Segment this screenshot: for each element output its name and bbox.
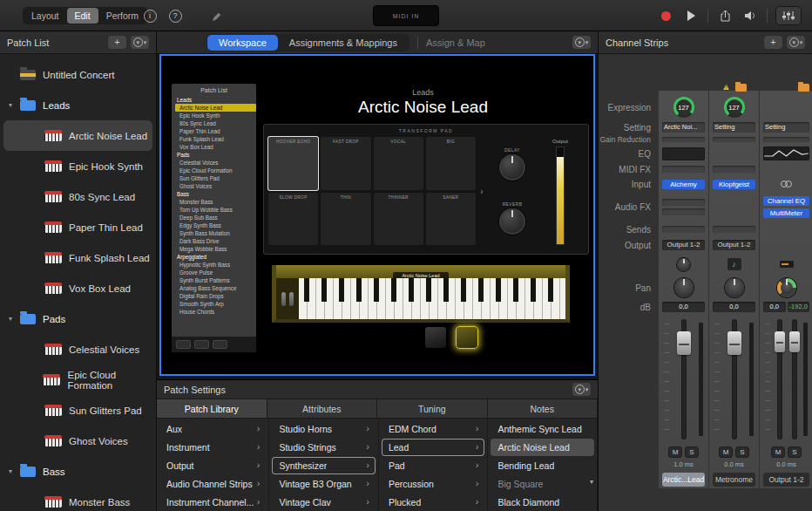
library-item[interactable]: Black Diamond: [491, 494, 594, 511]
transform-pad-cell[interactable]: BIG: [426, 137, 476, 190]
tab-workspace[interactable]: Workspace: [207, 35, 278, 51]
onscreen-patch-item[interactable]: Celestial Voices: [175, 159, 256, 167]
onscreen-patch-item[interactable]: Bass: [175, 190, 256, 198]
patch-list-item[interactable]: ▾ Sun Glitters Pad: [3, 395, 152, 426]
mixer-button[interactable]: [775, 6, 802, 25]
mode-button[interactable]: Layout: [24, 8, 67, 24]
library-item[interactable]: EDM Chord: [382, 420, 485, 438]
transform-pad-cell[interactable]: SLOW DROP: [268, 193, 318, 246]
eq-thumbnail[interactable]: [662, 147, 705, 160]
library-item[interactable]: Studio Horns: [272, 420, 376, 438]
patch-list-item[interactable]: ▾ Arctic Noise Lead: [3, 120, 152, 151]
strip-name[interactable]: Arctic...Lead: [662, 473, 705, 487]
audio-fx-slot[interactable]: [662, 208, 705, 215]
send-slot[interactable]: [713, 226, 755, 233]
onscreen-patch-item[interactable]: Ghost Voices: [175, 182, 256, 190]
library-item[interactable]: Instrument Channel...: [159, 494, 266, 511]
mod-wheels[interactable]: [276, 278, 299, 319]
patch-list-item[interactable]: ▾ 80s Sync Lead: [3, 181, 152, 212]
tab-assignments-mappings[interactable]: Assignments & Mappings: [278, 35, 409, 51]
library-item[interactable]: Pad: [382, 457, 485, 474]
mute-button[interactable]: M: [719, 446, 733, 458]
channel-strips-action-menu-button[interactable]: ▾▾: [787, 36, 805, 49]
fader-cap[interactable]: [789, 331, 800, 352]
library-item[interactable]: Vintage B3 Organ: [272, 475, 376, 493]
assign-map-button[interactable]: Assign & Map: [426, 37, 485, 48]
patch-list-item[interactable]: ▾ Leads: [3, 90, 152, 120]
fader-cap[interactable]: [677, 331, 691, 355]
patch-list-item[interactable]: ▾ Pads: [3, 303, 152, 334]
pitch-wheel[interactable]: [281, 292, 286, 306]
patch-list-item[interactable]: ▾ Ghost Voices: [3, 426, 152, 456]
add-channel-strip-button[interactable]: +: [764, 36, 782, 49]
output-selector[interactable]: Output 1-2: [662, 240, 705, 250]
onscreen-patch-item[interactable]: Leads: [175, 96, 256, 104]
chevron-right-icon[interactable]: ›: [476, 137, 488, 245]
chevron-down-icon[interactable]: ▾: [9, 467, 20, 475]
setting-field[interactable]: Setting: [713, 122, 755, 133]
onscreen-patch-item[interactable]: Epic Hook Synth: [175, 112, 256, 119]
transform-pad-cell[interactable]: HOOVER ECHO: [268, 137, 318, 190]
patch-list-item[interactable]: ▾ Funk Splash Lead: [3, 242, 152, 273]
volume-value[interactable]: 0,0: [713, 302, 755, 312]
mod-wheel[interactable]: [289, 292, 294, 306]
stereo-volume-fader[interactable]: [763, 314, 809, 445]
audio-fx-slot[interactable]: [662, 199, 705, 206]
library-item[interactable]: Plucked: [382, 494, 485, 511]
patch-list-item[interactable]: ▾ Bass: [3, 456, 152, 487]
transform-pad-cell[interactable]: FAST DROP: [321, 137, 370, 190]
audio-fx-plugin[interactable]: Channel EQ: [763, 196, 809, 206]
onscreen-patch-item[interactable]: Funk Splash Lead: [175, 135, 256, 143]
onscreen-patch-item[interactable]: Arpeggiated: [175, 253, 256, 261]
folder-icon[interactable]: [735, 84, 747, 92]
library-item[interactable]: Audio Channel Strips: [159, 475, 266, 493]
library-item[interactable]: Arctic Noise Lead: [491, 439, 594, 456]
onscreen-patch-item[interactable]: Paper Thin Lead: [175, 127, 256, 135]
mini-knob[interactable]: [677, 258, 690, 271]
output-selector[interactable]: Output 1-2: [713, 240, 755, 250]
patch-settings-tab[interactable]: Tuning: [377, 399, 488, 418]
mode-button[interactable]: Perform: [98, 8, 146, 24]
patch-list-action-menu-button[interactable]: ▾▾: [131, 36, 149, 49]
strip-name[interactable]: Output 1-2: [763, 473, 809, 487]
onscreen-patch-item[interactable]: Groove Pulse: [175, 269, 256, 276]
solo-button[interactable]: S: [685, 446, 699, 458]
library-item[interactable]: Instrument: [159, 439, 266, 456]
chevron-down-icon[interactable]: ▾: [9, 101, 20, 109]
solo-button[interactable]: S: [735, 446, 749, 458]
fader-cap[interactable]: [775, 331, 785, 352]
workspace-canvas[interactable]: Patch List LeadsArctic Noise LeadEpic Ho…: [159, 54, 595, 376]
expression-knob[interactable]: 127: [673, 97, 694, 118]
library-item[interactable]: Vintage Clav: [272, 494, 376, 511]
patch-list-item[interactable]: ▾ Epic Cloud Formation: [3, 365, 152, 395]
patch-list-item[interactable]: ▾ Epic Hook Synth: [3, 151, 152, 181]
onscreen-patch-item[interactable]: Torn Up Wobble Bass: [175, 206, 256, 214]
mute-button[interactable]: M: [668, 446, 682, 458]
edit-pencil-button[interactable]: [207, 9, 225, 26]
onscreen-patch-item[interactable]: Sun Glitters Pad: [175, 174, 256, 182]
library-item[interactable]: Bending Lead: [491, 457, 594, 474]
eq-curve-thumbnail[interactable]: [763, 146, 809, 160]
share-button[interactable]: [716, 7, 734, 24]
onscreen-patch-item[interactable]: Monster Bass: [175, 198, 256, 206]
library-item[interactable]: Studio Strings: [272, 439, 376, 456]
folder-icon[interactable]: [798, 84, 809, 92]
scroll-down-icon[interactable]: ▾: [590, 478, 593, 486]
library-item[interactable]: Aux: [159, 420, 266, 438]
onscreen-patch-item[interactable]: Mega Wobble Bass: [175, 245, 256, 253]
pedal-icon-active[interactable]: [456, 326, 478, 349]
chevron-down-icon[interactable]: ▾: [9, 315, 20, 323]
midi-fx-slot[interactable]: [713, 166, 755, 173]
library-item[interactable]: Big Square: [491, 475, 594, 493]
patch-settings-tab[interactable]: Notes: [488, 399, 599, 418]
patch-list-item[interactable]: ▾ Vox Box Lead: [3, 273, 152, 303]
onscreen-patch-item[interactable]: Vox Box Lead: [175, 143, 256, 151]
patch-settings-tab[interactable]: Attributes: [267, 399, 378, 418]
onscreen-patch-item[interactable]: 80s Sync Lead: [175, 119, 256, 127]
onscreen-patch-item[interactable]: Analog Bass Sequence: [175, 284, 256, 292]
setting-field[interactable]: Setting: [763, 122, 809, 133]
audio-fx-plugin[interactable]: MultiMeter: [763, 208, 809, 218]
solo-button[interactable]: S: [788, 446, 802, 458]
onscreen-keyboard[interactable]: Arctic Noise Lead: [272, 265, 570, 323]
send-slot[interactable]: [662, 226, 705, 233]
